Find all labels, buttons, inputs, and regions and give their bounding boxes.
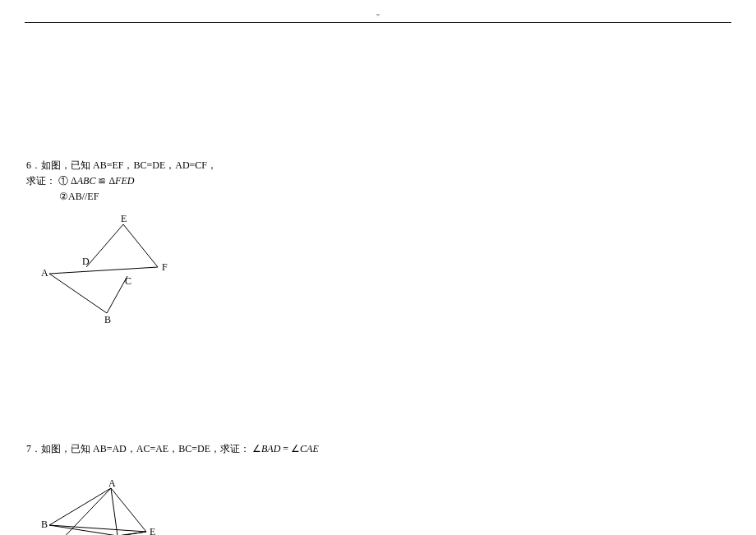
label-E: E xyxy=(150,526,155,535)
claim1-tri2: FED xyxy=(115,175,134,187)
label-B: B xyxy=(104,314,111,323)
claim1-tri1: ABC xyxy=(77,175,96,187)
problem-7-given: 7．如图，已知 AB=AD，AC=AE，BC=DE，求证： ∠BAD = ∠CA… xyxy=(26,441,730,457)
problem-7: 7．如图，已知 AB=AD，AC=AE，BC=DE，求证： ∠BAD = ∠CA… xyxy=(26,441,730,535)
line-BC xyxy=(49,525,118,535)
problem-6: 6．如图，已知 AB=EF，BC=DE，AD=CF， 求证： ① ΔABC ≌ … xyxy=(26,158,730,326)
problem-6-given: 6．如图，已知 AB=EF，BC=DE，AD=CF， xyxy=(26,158,730,173)
line-DE xyxy=(86,224,123,267)
claim2-text: AB//EF xyxy=(68,191,99,202)
page-content: 6．如图，已知 AB=EF，BC=DE，AD=CF， 求证： ① ΔABC ≌ … xyxy=(26,158,730,535)
header-rule xyxy=(25,22,731,23)
angle-icon: ∠ xyxy=(252,443,261,454)
label-F: F xyxy=(162,261,168,273)
delta-icon: Δ xyxy=(108,175,115,187)
congruent-symbol: ≌ xyxy=(98,175,106,187)
problem-6-prove-line-2: ②AB//EF xyxy=(26,189,730,205)
line-EF xyxy=(123,224,158,267)
delta-icon: Δ xyxy=(71,175,77,187)
problem-6-figure: A D C F E B xyxy=(41,212,730,326)
label-A: A xyxy=(41,267,48,279)
angle-icon: ∠ xyxy=(291,443,300,454)
angle1: BAD xyxy=(261,443,280,454)
claim2-circle: ② xyxy=(59,191,68,202)
label-B: B xyxy=(41,519,48,530)
claim1-circle: ① xyxy=(58,175,68,187)
header-mark: " xyxy=(376,12,380,21)
line-AB xyxy=(49,274,107,313)
problem-7-intro: ．如图，已知 AB=AD，AC=AE，BC=DE，求证： xyxy=(31,443,250,454)
label-E: E xyxy=(121,213,127,224)
problem-6-prove-line-1: 求证： ① ΔABC ≌ ΔFED xyxy=(26,173,730,189)
equals-sign: = xyxy=(280,443,291,454)
line-AB xyxy=(49,488,111,525)
line-AF xyxy=(49,267,158,274)
line-BE xyxy=(49,525,146,532)
problem-6-intro: ．如图，已知 AB=EF，BC=DE，AD=CF， xyxy=(31,159,217,171)
angle2: CAE xyxy=(300,443,319,454)
label-C: C xyxy=(125,275,131,287)
label-A: A xyxy=(108,480,116,489)
prove-label: 求证： xyxy=(26,175,56,187)
line-AD xyxy=(56,488,111,535)
problem-7-figure: A B E C D xyxy=(41,480,730,535)
label-D: D xyxy=(82,256,90,267)
